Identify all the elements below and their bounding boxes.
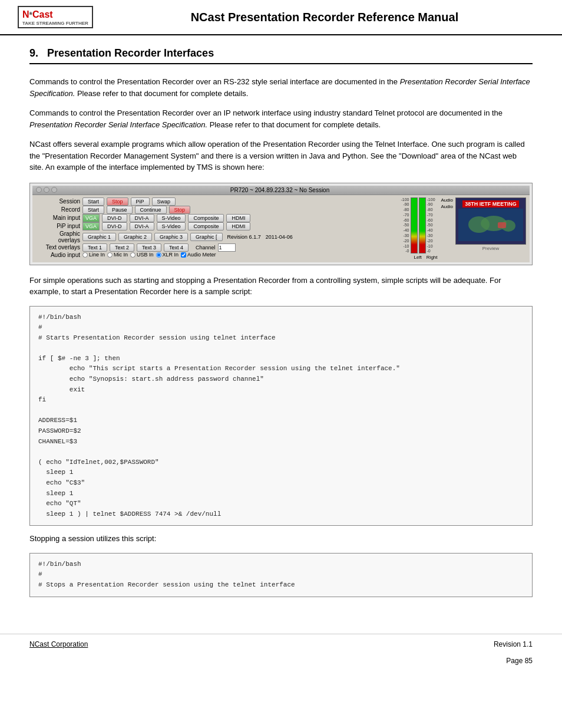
left-channel-label: Left [414,255,422,260]
meter-scale-labels-right: -100 -90 -80 -70 -60 -50 -40 -30 -20 -10 [427,197,435,253]
audio-label-2: Audio [441,204,453,209]
main-input-vga[interactable]: VGA [82,214,100,222]
audio-mic-in[interactable]: Mic In [107,252,128,258]
text1-btn[interactable]: Text 1 [82,243,107,252]
meter-area-left: -100 -90 -80 -70 -60 -50 -40 -30 -20 -10 [401,197,438,260]
channel-label: Channel [196,245,216,251]
pip-input-dvia[interactable]: DVI-A [130,222,154,230]
page-number: Page 85 [0,657,562,665]
paragraph-1: Commands to control the Presentation Rec… [29,76,533,99]
graphic3-btn[interactable]: Graphic 3 [154,233,188,241]
page-content: 9. Presentation Recorder Interfaces Comm… [0,41,562,622]
pip-input-dvid[interactable]: DVI-D [102,222,127,230]
tms-dot-2 [44,187,49,193]
para2-end: Please refer to that document for comple… [207,120,381,129]
audio-line-in-radio[interactable] [82,252,88,258]
session-stop-btn[interactable]: Stop [107,197,128,206]
para1-end: Please refer to that document for comple… [75,89,248,98]
tms-session-row: Session Start Stop PiP Swap [36,197,399,206]
text3-btn[interactable]: Text 3 [137,243,161,252]
document-title: NCast Presentation Recorder Reference Ma… [105,11,544,24]
tms-pip-input-row: PiP input VGA DVI-D DVI-A S-Video Compos… [36,222,399,230]
text-overlays-label: Text overlays [36,244,80,251]
graphic4-btn[interactable]: Graphic [ [190,233,223,241]
paragraph-5: Stopping a session utilizes this script: [29,533,533,545]
meter-channel-labels: Left Right [401,255,438,260]
main-input-composite[interactable]: Composite [188,214,224,222]
preview-content [458,209,523,241]
revision-label: Revision 6.1.7 [227,234,261,240]
text4-btn[interactable]: Text 4 [164,243,189,252]
section-number: 9. [29,47,38,59]
right-channel-label: Right [427,255,438,260]
main-input-dvia[interactable]: DVI-A [130,214,154,222]
preview-map-svg [461,212,520,238]
meter-bar-right [419,197,426,253]
tms-graphic-overlays-row: Graphic overlays Graphic 1 Graphic 2 Gra… [36,230,399,243]
tms-window-controls [36,187,57,193]
audio-xlr-in[interactable]: XLR In [156,252,179,258]
tms-text-overlays-row: Text overlays Text 1 Text 2 Text 3 Text … [36,243,399,252]
section-heading: 9. Presentation Recorder Interfaces [29,47,533,64]
pip-input-svideo[interactable]: S-Video [157,222,186,230]
preview-label: Preview [482,246,499,251]
logo: N*Cast TAKE STREAMING FURTHER [18,6,93,28]
paragraph-2: Commands to control the Presentation Rec… [29,107,533,130]
text2-btn[interactable]: Text 2 [110,243,134,252]
audio-meter-checkbox[interactable]: Audio Meter [181,252,216,258]
audio-usb-in[interactable]: USB In [130,252,154,258]
tms-inner: Session Start Stop PiP Swap Record Start… [32,195,530,262]
footer-company: NCast Corporation [29,640,88,648]
svg-rect-4 [498,222,506,228]
record-label: Record [36,206,80,213]
tms-main-input-row: Main input VGA DVI-D DVI-A S-Video Compo… [36,214,399,222]
audio-line-in[interactable]: Line In [82,252,105,258]
tms-main-area: Session Start Stop PiP Swap Record Start… [36,197,526,260]
para2-text: Commands to control the Presentation Rec… [29,108,503,117]
tms-controls-area: Session Start Stop PiP Swap Record Start… [36,197,399,260]
pip-input-label: PiP input [36,223,80,229]
revision-date: 2011-04-06 [266,234,293,240]
audio-usb-in-radio[interactable] [130,252,135,258]
main-input-hdmi[interactable]: HDMI [226,214,250,222]
paragraph-3: NCast offers several example programs wh… [29,139,533,173]
tms-audio-input-row: Audio input Line In Mic In USB In XLR In [36,252,399,258]
paragraph-4: For simple operations such as starting a… [29,275,533,298]
logo-text: N [22,9,29,19]
tms-record-row: Record Start Pause Continue Stop [36,206,399,214]
tms-right-side: -100 -90 -80 -70 -60 -50 -40 -30 -20 -10 [401,197,527,260]
pip-input-composite[interactable]: Composite [188,222,224,230]
record-pause-btn[interactable]: Pause [107,206,133,214]
audio-mic-in-radio[interactable] [107,252,113,258]
channel-input[interactable] [218,243,236,252]
graphic2-btn[interactable]: Graphic 2 [118,233,152,241]
audio-labels: Audio Audio [441,197,453,209]
record-start-btn[interactable]: Start [82,206,104,214]
audio-label-1: Audio [441,197,453,203]
session-pip-btn[interactable]: PiP [131,197,150,206]
record-continue-btn[interactable]: Continue [135,206,167,214]
meter-scales: -100 -90 -80 -70 -60 -50 -40 -30 -20 -10 [401,197,435,253]
session-start-btn[interactable]: Start [82,197,104,206]
session-swap-btn[interactable]: Swap [152,197,176,206]
pip-input-vga[interactable]: VGA [82,222,100,230]
pip-input-hdmi[interactable]: HDMI [226,222,250,230]
meter-bar-left [411,197,418,253]
footer-revision: Revision 1.1 [494,640,533,648]
tms-interface-screenshot: PR720 ~ 204.89.223.32 ~ No Session Sessi… [29,183,533,265]
main-input-svideo[interactable]: S-Video [157,214,186,222]
tms-titlebar: PR720 ~ 204.89.223.32 ~ No Session [32,186,530,195]
session-label: Session [36,198,80,205]
code-block-1: #!/bin/bash # # Starts Presentation Reco… [29,306,533,526]
logo-tagline: TAKE STREAMING FURTHER [22,21,88,26]
record-stop-btn[interactable]: Stop [169,206,191,214]
main-input-dvid[interactable]: DVI-D [102,214,127,222]
logo-area: N*Cast TAKE STREAMING FURTHER [18,6,93,28]
page-footer: NCast Corporation Revision 1.1 [0,634,562,654]
graphic1-btn[interactable]: Graphic 1 [82,233,116,241]
code-block-2: #!/bin/bash # # Stops a Presentation Rec… [29,553,533,597]
para2-italic: Presentation Recorder Serial Interface S… [29,120,207,129]
audio-xlr-in-radio[interactable] [156,252,161,258]
audio-meter-check[interactable] [181,252,186,258]
audio-input-label: Audio input [36,252,80,258]
